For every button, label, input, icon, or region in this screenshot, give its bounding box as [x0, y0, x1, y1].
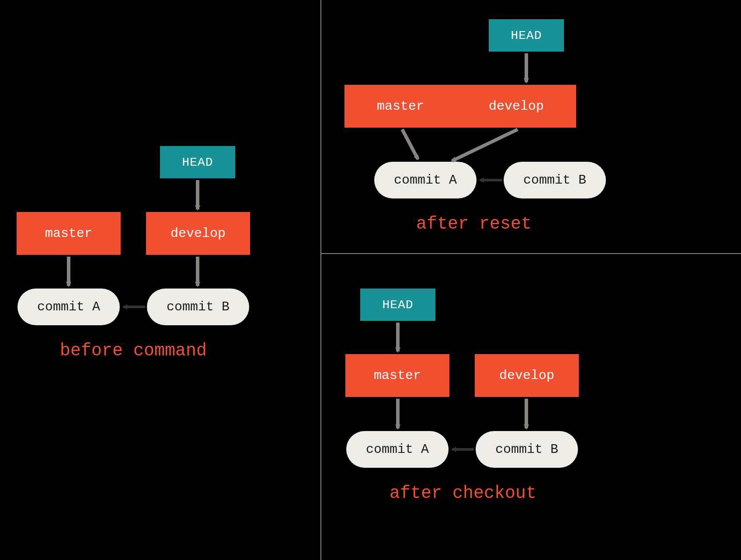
- diagram-stage: HEAD master develop commit A commit B be…: [0, 0, 741, 560]
- commit-a-label: commit A: [394, 173, 457, 188]
- arrows-before: [0, 0, 321, 560]
- commit-a: commit A: [17, 289, 120, 325]
- branch-develop-label: develop: [499, 368, 554, 383]
- head-box: HEAD: [360, 289, 435, 321]
- branch-develop-label: develop: [489, 99, 544, 114]
- panel-before: HEAD master develop commit A commit B be…: [0, 0, 321, 560]
- svg-line-8: [452, 129, 518, 161]
- branch-develop: develop: [146, 212, 250, 255]
- panel-after-checkout: HEAD master develop commit A commit B af…: [321, 254, 741, 560]
- caption-after-checkout: after checkout: [321, 483, 605, 503]
- panel-after-reset: HEAD master develop commit A commit B af…: [321, 0, 741, 254]
- commit-a: commit A: [346, 431, 449, 468]
- commit-b-label: commit B: [523, 173, 586, 188]
- commit-b: commit B: [147, 289, 249, 325]
- caption-before: before command: [0, 341, 267, 361]
- commit-a: commit A: [374, 162, 477, 198]
- commit-b-label: commit B: [495, 442, 558, 457]
- branch-develop-label: develop: [170, 226, 226, 241]
- head-label: HEAD: [182, 156, 213, 169]
- branch-develop: develop: [475, 354, 579, 397]
- commit-b-label: commit B: [167, 299, 230, 314]
- caption-after-reset: after reset: [321, 214, 627, 234]
- head-box: HEAD: [489, 19, 564, 52]
- commit-b: commit B: [476, 431, 578, 468]
- branches-merged: master develop: [344, 85, 576, 128]
- branch-master: master: [345, 354, 449, 397]
- svg-line-7: [402, 129, 418, 159]
- branch-master: master: [17, 212, 121, 255]
- branch-master-label: master: [374, 368, 421, 383]
- commit-a-label: commit A: [37, 299, 100, 314]
- branch-master-label: master: [377, 99, 424, 114]
- head-label: HEAD: [382, 298, 413, 312]
- head-box: HEAD: [160, 146, 235, 178]
- commit-a-label: commit A: [366, 442, 429, 457]
- branch-master-label: master: [45, 226, 92, 241]
- head-label: HEAD: [511, 29, 542, 42]
- commit-b: commit B: [504, 162, 606, 198]
